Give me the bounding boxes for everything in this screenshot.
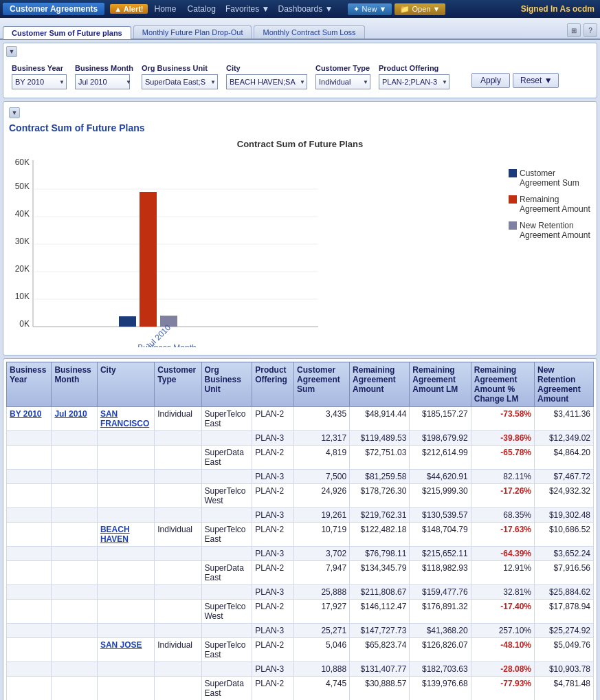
business-month-label: Business Month <box>75 64 133 72</box>
th-org-unit[interactable]: Org Business Unit <box>201 362 252 407</box>
th-change-pct[interactable]: Remaining Agreement Amount % Change LM <box>471 362 534 407</box>
th-business-year[interactable]: Business Year <box>7 362 52 407</box>
table-cell <box>201 508 252 523</box>
business-month-wrapper: Jul 2010 <box>75 74 133 89</box>
table-cell: BY 2010 <box>7 407 52 431</box>
table-cell: $72,751.03 <box>350 446 410 470</box>
tab-customer-sum[interactable]: Customer Sum of Future plans <box>3 26 131 39</box>
chart-legend: Customer Agreement Sum Remaining Agreeme… <box>509 155 591 349</box>
nav-dashboards[interactable]: Dashboards ▼ <box>274 4 337 14</box>
table-cell: SAN JOSE <box>97 638 154 662</box>
tab-monthly-future[interactable]: Monthly Future Plan Drop-Out <box>133 25 252 39</box>
th-business-month[interactable]: Business Month <box>52 362 98 407</box>
table-cell <box>97 677 154 701</box>
tab-monthly-contract[interactable]: Monthly Contract Sum Loss <box>254 25 364 39</box>
filter-org-unit: Org Business Unit SuperData East;S <box>142 64 218 89</box>
filter-product-offering: Product Offering PLAN-2;PLAN-3 <box>379 64 449 89</box>
collapse-chart-button[interactable]: ▼ <box>9 107 20 118</box>
customer-type-select[interactable]: Individual <box>315 74 370 89</box>
table-cell: SuperData East <box>201 561 252 585</box>
table-cell <box>7 547 52 561</box>
th-retention[interactable]: New Retention Agreement Amount <box>535 362 594 407</box>
table-cell: 7,500 <box>294 470 350 484</box>
table-cell <box>52 446 98 470</box>
table-cell: $131,407.77 <box>350 662 410 677</box>
table-cell: $122,482.18 <box>350 523 410 547</box>
table-cell: PLAN-3 <box>252 508 294 523</box>
grid-icon[interactable]: ⊞ <box>567 23 581 37</box>
table-cell <box>201 431 252 446</box>
table-cell: 7,947 <box>294 561 350 585</box>
table-cell: PLAN-2 <box>252 561 294 585</box>
legend-item-2: Remaining Agreement Amount <box>509 195 591 214</box>
table-cell: 3,702 <box>294 547 350 561</box>
table-cell: $182,703.63 <box>410 662 471 677</box>
apply-button[interactable]: Apply <box>471 73 510 88</box>
open-button[interactable]: 📁 Open ▼ <box>395 3 445 15</box>
table-cell <box>155 600 201 624</box>
table-cell: $185,157.27 <box>410 407 471 431</box>
customer-type-label: Customer Type <box>315 64 370 72</box>
table-cell <box>97 600 154 624</box>
table-cell <box>155 431 201 446</box>
legend-label-agreement-sum: Customer Agreement Sum <box>520 168 591 188</box>
nav-favorites[interactable]: Favorites ▼ <box>221 4 274 14</box>
business-year-label: Business Year <box>12 64 67 72</box>
table-cell: SuperData East <box>201 446 252 470</box>
table-cell <box>201 624 252 638</box>
table-cell: PLAN-3 <box>252 431 294 446</box>
chart-area: 0K 10K 20K 30K 40K 50K 60K <box>9 155 591 349</box>
table-row: SuperData EastPLAN-27,947$134,345.79$118… <box>7 561 594 585</box>
table-cell: PLAN-2 <box>252 407 294 431</box>
table-row: PLAN-325,888$211,808.67$159,477.7632.81%… <box>7 585 594 600</box>
th-city[interactable]: City <box>97 362 154 407</box>
svg-text:50K: 50K <box>15 182 30 191</box>
table-cell: $65,823.74 <box>350 638 410 662</box>
nav-catalog[interactable]: Catalog <box>182 4 221 14</box>
table-cell <box>155 624 201 638</box>
table-cell: 4,745 <box>294 677 350 701</box>
alert-button[interactable]: ▲ Alert! <box>110 4 147 14</box>
table-cell: $4,781.48 <box>535 677 594 701</box>
org-unit-select[interactable]: SuperData East;S <box>142 74 218 89</box>
th-customer-type[interactable]: Customer Type <box>155 362 201 407</box>
th-agreement-sum[interactable]: Customer Agreement Sum <box>294 362 350 407</box>
new-button[interactable]: ✦ New ▼ <box>348 3 392 15</box>
th-remaining[interactable]: Remaining Agreement Amount <box>350 362 410 407</box>
table-cell: PLAN-2 <box>252 677 294 701</box>
product-offering-select[interactable]: PLAN-2;PLAN-3 <box>379 74 449 89</box>
chart-panel: ▼ Contract Sum of Future Plans Contract … <box>3 101 597 356</box>
business-year-select[interactable]: BY 2010 <box>12 74 67 89</box>
table-cell: PLAN-2 <box>252 600 294 624</box>
table-cell: $146,112.47 <box>350 600 410 624</box>
city-select[interactable]: BEACH HAVEN;SA <box>226 74 307 89</box>
legend-item-3: New Retention Agreement Amount <box>509 221 591 240</box>
table-cell <box>97 484 154 508</box>
reset-button[interactable]: Reset ▼ <box>513 73 559 88</box>
nav-home[interactable]: Home <box>149 4 182 14</box>
table-cell: SuperTelco West <box>201 600 252 624</box>
help-icon[interactable]: ? <box>584 23 597 37</box>
business-year-wrapper: BY 2010 <box>12 74 67 89</box>
table-cell: $176,891.32 <box>410 600 471 624</box>
collapse-filter-button[interactable]: ▼ <box>6 46 17 57</box>
table-cell: 17,927 <box>294 600 350 624</box>
th-remaining-lm[interactable]: Remaining Agreement Amount LM <box>410 362 471 407</box>
table-row: SAN JOSEIndividualSuperTelco EastPLAN-25… <box>7 638 594 662</box>
table-cell: $215,652.11 <box>410 547 471 561</box>
chart-subtitle: Contract Sum of Future Plans <box>9 139 591 149</box>
table-cell <box>97 547 154 561</box>
org-unit-label: Org Business Unit <box>142 64 218 72</box>
table-row: PLAN-319,261$219,762.31$130,539.5768.35%… <box>7 508 594 523</box>
table-cell <box>97 585 154 600</box>
table-cell: $25,884.62 <box>535 585 594 600</box>
business-month-select[interactable]: Jul 2010 <box>75 74 130 89</box>
city-label: City <box>226 64 307 72</box>
table-cell: $119,489.53 <box>350 431 410 446</box>
legend-color-retention <box>509 221 517 230</box>
th-product[interactable]: Product Offering <box>252 362 294 407</box>
product-offering-wrapper: PLAN-2;PLAN-3 <box>379 74 449 89</box>
table-row: BY 2010Jul 2010SAN FRANCISCOIndividualSu… <box>7 407 594 431</box>
table-cell <box>155 446 201 470</box>
table-cell: 4,819 <box>294 446 350 470</box>
